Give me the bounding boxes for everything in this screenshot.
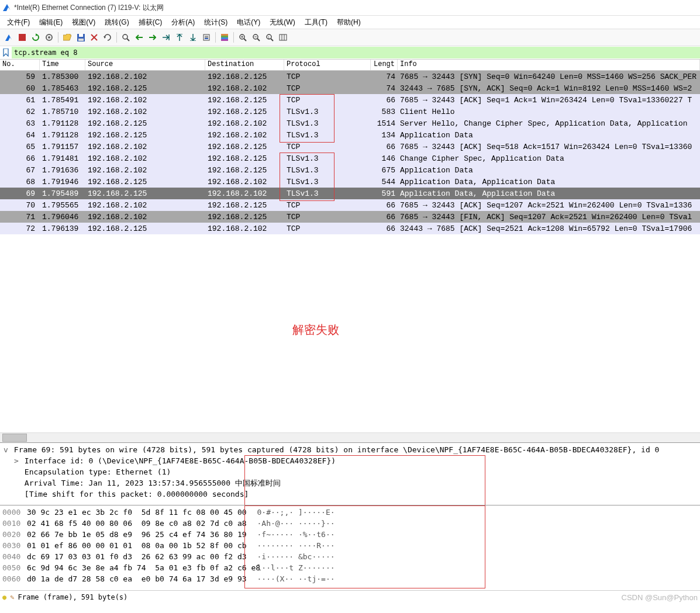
- title-bar: *Intel(R) Ethernet Connection (7) I219-V…: [0, 0, 700, 16]
- first-packet-button[interactable]: [173, 31, 186, 44]
- col-destination[interactable]: Destination: [205, 60, 284, 70]
- detail-line[interactable]: Encapsulation type: Ethernet (1): [2, 466, 698, 477]
- open-file-button[interactable]: [61, 31, 74, 44]
- hex-row[interactable]: 000030 9c 23 e1 ec 3b 2c f0 5d 8f 11 fc …: [2, 507, 698, 518]
- packet-row[interactable]: 601.785463192.168.2.125192.168.2.102TCP7…: [0, 82, 700, 94]
- expert-info-icon[interactable]: ●: [2, 593, 6, 601]
- menu-item[interactable]: 分析(A): [167, 16, 199, 29]
- packet-row[interactable]: 701.795565192.168.2.102192.168.2.125TCP6…: [0, 199, 700, 211]
- packet-row[interactable]: 711.796046192.168.2.102192.168.2.125TCP6…: [0, 211, 700, 223]
- cell-src: 192.168.2.102: [85, 96, 205, 105]
- detail-line[interactable]: > Interface id: 0 (\Device\NPF_{1AF74E8E…: [2, 455, 698, 466]
- hex-ascii: 0·#··;,· ]·····E·: [243, 507, 335, 518]
- zoom-reset-button[interactable]: 1: [263, 31, 276, 44]
- menu-item[interactable]: 捕获(C): [134, 16, 167, 29]
- restart-capture-button[interactable]: [29, 31, 42, 44]
- zoom-in-button[interactable]: [236, 31, 249, 44]
- cell-time: 1.785491: [40, 96, 85, 105]
- annotation-text: 解密失败: [292, 322, 339, 338]
- cell-proto: TLSv1.3: [284, 131, 371, 140]
- packet-row[interactable]: 651.791157192.168.2.102192.168.2.125TCP6…: [0, 141, 700, 153]
- stop-capture-button[interactable]: [16, 31, 29, 44]
- detail-line[interactable]: [Time shift for this packet: 0.000000000…: [2, 489, 698, 500]
- expand-icon[interactable]: v: [2, 444, 9, 455]
- packet-details-pane[interactable]: v Frame 69: 591 bytes on wire (4728 bits…: [0, 442, 700, 505]
- auto-scroll-button[interactable]: [200, 31, 213, 44]
- cell-src: 192.168.2.102: [85, 213, 205, 221]
- colorize-button[interactable]: [218, 31, 231, 44]
- svg-rect-4: [79, 34, 83, 37]
- svg-rect-0: [19, 34, 26, 41]
- packet-bytes-pane[interactable]: 000030 9c 23 e1 ec 3b 2c f0 5d 8f 11 fc …: [0, 505, 700, 590]
- hex-row[interactable]: 0040dc 69 17 03 03 01 f0 d3 26 62 63 99 …: [2, 551, 698, 562]
- cell-info: 32443 → 7685 [ACK] Seq=2521 Ack=1208 Win…: [398, 224, 700, 233]
- cell-len: 74: [371, 84, 398, 93]
- cell-no: 71: [0, 213, 40, 221]
- cell-time: 1.785463: [40, 84, 85, 93]
- menu-item[interactable]: 编辑(E): [35, 16, 67, 29]
- cell-len: 591: [371, 189, 398, 198]
- cell-no: 64: [0, 131, 40, 140]
- detail-line[interactable]: v Frame 69: 591 bytes on wire (4728 bits…: [2, 444, 698, 455]
- col-info[interactable]: Info: [398, 60, 700, 70]
- cell-proto: TLSv1.3: [284, 119, 371, 128]
- packet-row[interactable]: 671.791636192.168.2.102192.168.2.125TLSv…: [0, 164, 700, 176]
- hex-row[interactable]: 003001 01 ef 86 00 00 01 01 08 0a 00 1b …: [2, 540, 698, 551]
- hex-row[interactable]: 00506c 9d 94 6c 3e 8e a4 fb 74 5a 01 e3 …: [2, 562, 698, 573]
- svg-rect-28: [280, 34, 287, 40]
- packet-row[interactable]: 621.785710192.168.2.102192.168.2.125TLSv…: [0, 106, 700, 117]
- menu-item[interactable]: 工具(T): [300, 16, 332, 29]
- hex-row[interactable]: 0060d0 1a de d7 28 58 c0 ea e0 b0 74 6a …: [2, 573, 698, 584]
- packet-row[interactable]: 681.791946192.168.2.125192.168.2.102TLSv…: [0, 176, 700, 188]
- bookmark-icon[interactable]: [0, 49, 12, 57]
- prev-packet-button[interactable]: [133, 31, 146, 44]
- packet-row[interactable]: 591.785300192.168.2.102192.168.2.125TCP7…: [0, 71, 700, 82]
- find-button[interactable]: [119, 31, 132, 44]
- packet-row[interactable]: 691.795489192.168.2.125192.168.2.102TLSv…: [0, 188, 700, 199]
- horizontal-scrollbar[interactable]: [0, 432, 700, 442]
- menu-item[interactable]: 电话(Y): [232, 16, 265, 29]
- zoom-out-button[interactable]: [250, 31, 263, 44]
- packet-row[interactable]: 721.796139192.168.2.125192.168.2.102TCP6…: [0, 223, 700, 234]
- hex-row[interactable]: 002002 66 7e bb 1e 05 d8 e9 96 25 c4 ef …: [2, 529, 698, 540]
- hex-bytes: 01 01 ef 86 00 00 01 01 08 0a 00 1b 52 8…: [27, 540, 243, 551]
- packet-row[interactable]: 611.785491192.168.2.102192.168.2.125TCP6…: [0, 94, 700, 106]
- cell-no: 67: [0, 166, 40, 175]
- packet-list[interactable]: 解密失败 591.785300192.168.2.102192.168.2.12…: [0, 71, 700, 432]
- hex-bytes: 6c 9d 94 6c 3e 8e a4 fb 74 5a 01 e3 fb 0…: [27, 562, 243, 573]
- save-file-button[interactable]: [74, 31, 87, 44]
- col-protocol[interactable]: Protocol: [284, 60, 371, 70]
- menu-item[interactable]: 跳转(G): [100, 16, 133, 29]
- packet-row[interactable]: 641.791128192.168.2.125192.168.2.102TLSv…: [0, 129, 700, 141]
- menu-item[interactable]: 文件(F): [2, 16, 35, 29]
- menu-item[interactable]: 统计(S): [199, 16, 232, 29]
- packet-row[interactable]: 661.791481192.168.2.102192.168.2.125TLSv…: [0, 153, 700, 164]
- menu-item[interactable]: 帮助(H): [332, 16, 365, 29]
- reload-button[interactable]: [101, 31, 114, 44]
- last-packet-button[interactable]: [187, 31, 199, 44]
- expand-icon[interactable]: >: [13, 455, 20, 466]
- capture-options-button[interactable]: [43, 31, 56, 44]
- col-no[interactable]: No.: [0, 60, 40, 70]
- cell-proto: TCP: [284, 201, 371, 210]
- menu-item[interactable]: 无线(W): [265, 16, 299, 29]
- menu-item[interactable]: 视图(V): [67, 16, 100, 29]
- col-time[interactable]: Time: [40, 60, 85, 70]
- col-length[interactable]: Lengt: [371, 60, 398, 70]
- packet-row[interactable]: 631.791128192.168.2.125192.168.2.102TLSv…: [0, 117, 700, 129]
- hex-offset: 0010: [2, 518, 27, 529]
- next-packet-button[interactable]: [146, 31, 159, 44]
- hex-bytes: 02 41 68 f5 40 00 80 06 09 8e c0 a8 02 7…: [27, 518, 243, 529]
- hex-row[interactable]: 001002 41 68 f5 40 00 80 06 09 8e c0 a8 …: [2, 518, 698, 529]
- close-file-button[interactable]: [88, 31, 101, 44]
- col-source[interactable]: Source: [85, 60, 205, 70]
- edit-icon[interactable]: ✎: [10, 593, 14, 601]
- resize-columns-button[interactable]: [277, 31, 289, 44]
- toolbar-separator: [233, 32, 234, 43]
- detail-line[interactable]: Arrival Time: Jan 11, 2023 13:57:34.9565…: [2, 477, 698, 489]
- start-capture-button[interactable]: [2, 31, 15, 44]
- goto-packet-button[interactable]: [160, 31, 173, 44]
- display-filter-input[interactable]: [12, 47, 700, 58]
- scrollbar-thumb[interactable]: [2, 434, 27, 442]
- cell-proto: TLSv1.3: [284, 154, 371, 163]
